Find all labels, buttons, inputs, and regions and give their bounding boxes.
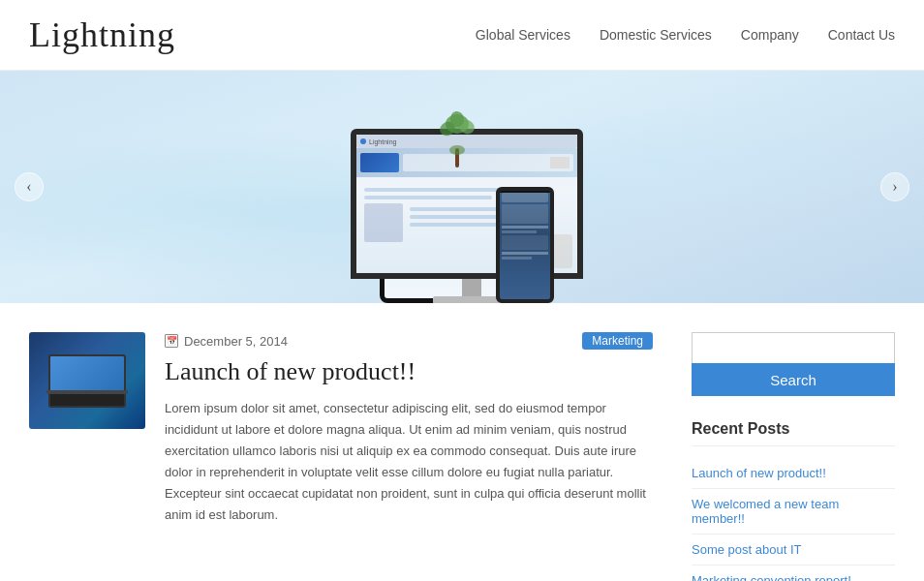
search-button[interactable]: Search xyxy=(692,363,895,396)
post-thumbnail xyxy=(29,332,145,429)
devices-mockup: Lightning xyxy=(331,90,593,303)
site-logo[interactable]: Lightning xyxy=(29,15,175,55)
monitor-stand xyxy=(462,279,481,296)
recent-posts-heading: Recent Posts xyxy=(692,420,895,446)
search-box: Search xyxy=(692,332,895,396)
laptop-icon xyxy=(48,354,126,408)
laptop-screen xyxy=(50,356,124,391)
plant-decoration xyxy=(438,109,477,168)
recent-post-item-1[interactable]: Launch of new product!! xyxy=(692,458,895,489)
post-body: Lorem ipsum dolor sit amet, consectetur … xyxy=(165,398,653,527)
calendar-icon: 📅 xyxy=(165,334,178,348)
post-meta: 📅 December 5, 2014 Marketing Launch of n… xyxy=(165,332,653,527)
svg-point-5 xyxy=(449,145,465,155)
post-tag[interactable]: Marketing xyxy=(582,332,653,350)
recent-post-item-4[interactable]: Marketing convention report! xyxy=(692,566,895,581)
phone-mockup xyxy=(496,187,554,303)
blog-area: 📅 December 5, 2014 Marketing Launch of n… xyxy=(29,332,653,581)
post-title: Launch of new product!! xyxy=(165,357,653,386)
post-date-row: 📅 December 5, 2014 Marketing xyxy=(165,332,653,350)
header: Lightning Global Services Domestic Servi… xyxy=(0,0,924,71)
nav-domestic-services[interactable]: Domestic Services xyxy=(600,27,712,43)
post-date: 📅 December 5, 2014 xyxy=(165,334,288,349)
hero-content: Lightning xyxy=(0,71,924,303)
blog-post: 📅 December 5, 2014 Marketing Launch of n… xyxy=(29,332,653,527)
laptop-base xyxy=(46,390,128,394)
nav-global-services[interactable]: Global Services xyxy=(476,27,570,43)
main-nav: Global Services Domestic Services Compan… xyxy=(476,27,895,43)
phone-screen xyxy=(500,193,550,301)
nav-company[interactable]: Company xyxy=(741,27,799,43)
sidebar: Search Recent Posts Launch of new produc… xyxy=(692,332,895,581)
hero-carousel: ‹ xyxy=(0,71,924,303)
search-input[interactable] xyxy=(692,332,895,363)
recent-post-item-2[interactable]: We welcomed a new team member!! xyxy=(692,489,895,535)
nav-contact-us[interactable]: Contact Us xyxy=(828,27,895,43)
recent-post-item-3[interactable]: Some post about IT xyxy=(692,535,895,566)
main-content: 📅 December 5, 2014 Marketing Launch of n… xyxy=(0,303,924,581)
carousel-next-button[interactable]: › xyxy=(880,172,909,201)
recent-posts-section: Recent Posts Launch of new product!! We … xyxy=(692,420,895,581)
